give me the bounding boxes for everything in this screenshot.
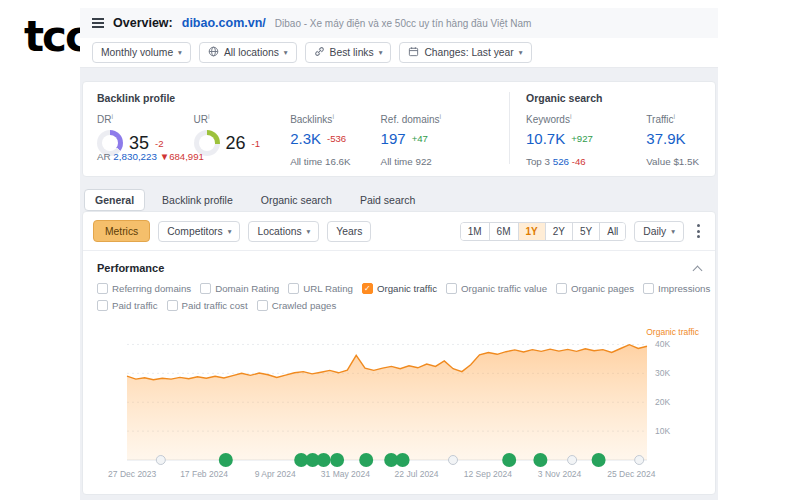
monthly-volume-label: Monthly volume xyxy=(101,47,173,58)
checkbox-organic-pages[interactable]: Organic pages xyxy=(556,283,634,294)
svg-text:22 Jul 2024: 22 Jul 2024 xyxy=(395,469,439,479)
tab-general[interactable]: General xyxy=(84,189,145,211)
range-2y[interactable]: 2Y xyxy=(545,223,572,240)
checkbox-box xyxy=(446,283,457,294)
ar-change: ▼684,991 xyxy=(160,151,204,162)
changes-dropdown[interactable]: Changes: Last year ▾ xyxy=(399,42,531,63)
range-all[interactable]: All xyxy=(599,223,625,240)
monthly-volume-dropdown[interactable]: Monthly volume ▾ xyxy=(92,42,191,63)
backlinks-label: Backlinks xyxy=(290,114,332,125)
changes-label: Changes: Last year xyxy=(424,47,513,58)
checkbox-box xyxy=(97,300,108,311)
chevron-down-icon: ▾ xyxy=(228,227,232,236)
svg-text:12 Sep 2024: 12 Sep 2024 xyxy=(464,469,512,479)
metric-checkbox-row-2: Paid traffic Paid traffic cost Crawled p… xyxy=(83,297,715,314)
locations-dropdown[interactable]: Locations ▾ xyxy=(248,221,319,242)
range-1y[interactable]: 1Y xyxy=(518,223,545,240)
chart-toolbar: Metrics Competitors ▾ Locations ▾ Years … xyxy=(83,212,715,251)
info-icon: i xyxy=(111,113,113,120)
checkbox-box xyxy=(643,283,654,294)
ref-domains-value[interactable]: 197 xyxy=(381,130,406,147)
ref-domains-change: +47 xyxy=(412,133,428,144)
svg-text:31 May 2024: 31 May 2024 xyxy=(321,469,370,479)
checkbox-crawled-pages[interactable]: Crawled pages xyxy=(257,300,337,311)
site-description: Dibao - Xe máy điện và xe 50cc uy tín hà… xyxy=(275,18,706,29)
svg-text:3 Nov 2024: 3 Nov 2024 xyxy=(538,469,582,479)
checkbox-box xyxy=(288,283,299,294)
calendar-icon xyxy=(408,46,419,59)
keywords-label: Keywords xyxy=(526,114,570,125)
svg-text:17 Feb 2024: 17 Feb 2024 xyxy=(180,469,228,479)
keywords-top3: Top 3 526 -46 xyxy=(526,156,593,167)
ar-metric: AR 2,830,223 ▼684,991 xyxy=(97,151,204,162)
collapse-icon[interactable] xyxy=(693,265,703,275)
globe-icon xyxy=(208,46,219,59)
info-icon: i xyxy=(208,113,210,120)
svg-text:30K: 30K xyxy=(655,368,670,378)
link-icon xyxy=(314,46,325,59)
checkbox-referring-domains[interactable]: Referring domains xyxy=(97,283,191,294)
chevron-down-icon: ▾ xyxy=(519,48,523,57)
backlink-profile-heading: Backlink profile xyxy=(97,92,509,104)
checkbox-domain-rating[interactable]: Domain Rating xyxy=(200,283,279,294)
spacer-strip xyxy=(80,68,718,81)
range-6m[interactable]: 6M xyxy=(489,223,518,240)
filter-bar: Monthly volume ▾ All locations ▾ Best li… xyxy=(80,38,718,68)
ur-value: 26 xyxy=(226,133,246,154)
checkbox-organic-traffic-value[interactable]: Organic traffic value xyxy=(446,283,547,294)
chevron-down-icon: ▾ xyxy=(284,48,288,57)
checkbox-box xyxy=(257,300,268,311)
tab-organic-search[interactable]: Organic search xyxy=(250,189,343,211)
checkbox-impressions[interactable]: Impressions xyxy=(643,283,710,294)
checkbox-url-rating[interactable]: URL Rating xyxy=(288,283,353,294)
dr-change: -2 xyxy=(155,138,164,149)
chevron-down-icon: ▾ xyxy=(178,48,182,57)
tab-backlink-profile[interactable]: Backlink profile xyxy=(151,189,244,211)
chevron-down-icon: ▾ xyxy=(307,227,311,236)
keywords-value[interactable]: 10.7K xyxy=(526,130,565,147)
tab-paid-search[interactable]: Paid search xyxy=(349,189,426,211)
chevron-down-icon: ▾ xyxy=(379,48,383,57)
ar-value[interactable]: 2,830,223 xyxy=(113,151,157,162)
metric-checkbox-row-1: Referring domains Domain Rating URL Rati… xyxy=(83,280,715,297)
ur-label: UR xyxy=(194,114,208,125)
svg-text:20K: 20K xyxy=(655,397,670,407)
traffic-metric: Traffici 37.9K Value $1.5K xyxy=(646,113,699,167)
date-range-selector: 1M 6M 1Y 2Y 5Y All xyxy=(460,222,627,241)
svg-text:10K: 10K xyxy=(655,426,670,436)
checkbox-box xyxy=(362,283,373,294)
svg-text:Organic traffic: Organic traffic xyxy=(646,327,700,337)
dashboard: Overview: dibao.com.vn/ Dibao - Xe máy đ… xyxy=(80,8,718,500)
traffic-chart[interactable]: 10K20K30K40KOrganic traffic27 Dec 202317… xyxy=(97,322,705,486)
performance-card: Metrics Competitors ▾ Locations ▾ Years … xyxy=(82,211,716,495)
backlinks-value[interactable]: 2.3K xyxy=(290,130,321,147)
menu-icon[interactable] xyxy=(92,18,104,28)
overview-tabs: General Backlink profile Organic search … xyxy=(80,177,718,211)
ref-domains-alltime: All time 922 xyxy=(381,156,441,167)
checkbox-paid-traffic[interactable]: Paid traffic xyxy=(97,300,158,311)
traffic-value-sub: Value $1.5K xyxy=(646,156,699,167)
granularity-dropdown[interactable]: Daily ▾ xyxy=(634,221,684,242)
ref-domains-metric: Ref. domainsi 197 +47 All time 922 xyxy=(381,113,441,167)
organic-search-section: Organic search Keywordsi 10.7K +927 Top … xyxy=(509,92,701,164)
domain-link[interactable]: dibao.com.vn/ xyxy=(182,16,266,30)
traffic-value[interactable]: 37.9K xyxy=(646,130,685,147)
checkbox-paid-traffic-cost[interactable]: Paid traffic cost xyxy=(167,300,248,311)
performance-header: Performance xyxy=(83,251,715,280)
dr-label: DR xyxy=(97,114,111,125)
best-links-dropdown[interactable]: Best links ▾ xyxy=(305,42,392,63)
more-options-icon[interactable] xyxy=(692,221,705,241)
range-1m[interactable]: 1M xyxy=(461,223,489,240)
page-title: Overview: xyxy=(113,16,173,30)
range-5y[interactable]: 5Y xyxy=(572,223,599,240)
competitors-dropdown[interactable]: Competitors ▾ xyxy=(158,221,240,242)
all-locations-dropdown[interactable]: All locations ▾ xyxy=(199,42,297,63)
years-button[interactable]: Years xyxy=(327,221,371,242)
checkbox-box xyxy=(556,283,567,294)
ref-domains-label: Ref. domains xyxy=(381,114,440,125)
backlinks-metric: Backlinksi 2.3K -536 All time 16.6K xyxy=(290,113,350,167)
svg-text:40K: 40K xyxy=(655,339,670,349)
checkbox-organic-traffic[interactable]: Organic traffic xyxy=(362,283,437,294)
metrics-button[interactable]: Metrics xyxy=(93,220,150,242)
chevron-down-icon: ▾ xyxy=(671,227,675,236)
